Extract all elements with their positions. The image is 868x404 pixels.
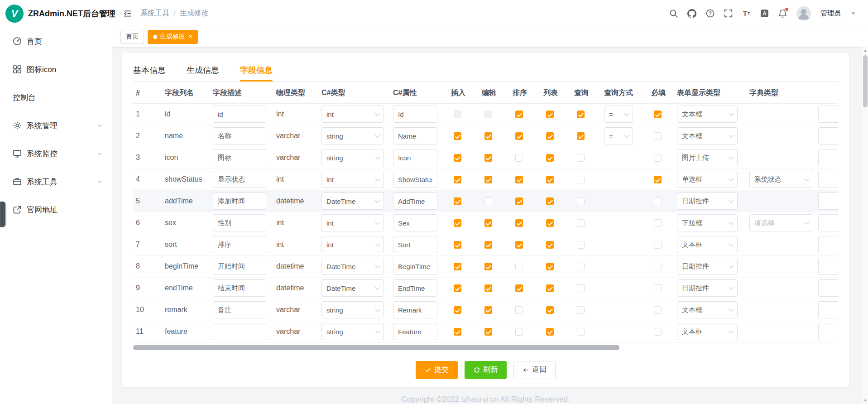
- checkbox-sort[interactable]: [515, 263, 523, 270]
- field-desc-input[interactable]: [213, 323, 266, 340]
- display-type-select[interactable]: 日期控件: [677, 192, 738, 210]
- avatar[interactable]: [796, 6, 811, 21]
- display-type-select[interactable]: 下拉框: [677, 214, 738, 231]
- vertical-scrollbar[interactable]: [862, 47, 868, 404]
- checkbox-insert[interactable]: [454, 132, 461, 140]
- checkbox-insert[interactable]: [454, 328, 461, 336]
- display-type-select[interactable]: 文本框: [677, 323, 738, 340]
- cs-prop-input[interactable]: [393, 192, 437, 210]
- checkbox-list[interactable]: [546, 132, 554, 140]
- cs-prop-input[interactable]: [393, 127, 437, 144]
- checkbox-edit[interactable]: [484, 306, 492, 314]
- scroll-up-icon[interactable]: [862, 48, 868, 53]
- app-logo[interactable]: V ZRAdmin.NET后台管理: [0, 0, 112, 27]
- tab-basic-info[interactable]: 基本信息: [133, 59, 166, 81]
- sidebar-item-icons[interactable]: 图标icon: [0, 55, 112, 83]
- extra-input[interactable]: [818, 127, 838, 144]
- checkbox-list[interactable]: [546, 219, 554, 227]
- cs-type-select[interactable]: int: [321, 106, 384, 123]
- checkbox-required[interactable]: [654, 132, 662, 140]
- display-type-select[interactable]: 图片上传: [677, 149, 738, 166]
- checkbox-required[interactable]: [654, 328, 662, 336]
- extra-input[interactable]: [818, 171, 838, 188]
- checkbox-sort[interactable]: [515, 284, 523, 292]
- checkbox-required[interactable]: [654, 263, 662, 270]
- checkbox-query[interactable]: [577, 328, 585, 336]
- field-desc-input[interactable]: [213, 301, 266, 318]
- field-desc-input[interactable]: [213, 258, 266, 275]
- checkbox-list[interactable]: [546, 284, 554, 292]
- checkbox-query[interactable]: [577, 219, 585, 227]
- horizontal-scrollbar[interactable]: [133, 345, 838, 350]
- search-icon[interactable]: [669, 9, 678, 18]
- close-icon[interactable]: [188, 33, 192, 40]
- extra-input[interactable]: [818, 323, 838, 340]
- field-desc-input[interactable]: [213, 214, 266, 231]
- field-desc-input[interactable]: [213, 106, 266, 123]
- sidebar-item-website[interactable]: 官网地址: [0, 196, 112, 224]
- cs-type-select[interactable]: string: [321, 301, 384, 318]
- extra-input[interactable]: [818, 258, 838, 275]
- checkbox-query[interactable]: [577, 132, 585, 140]
- bell-icon[interactable]: [778, 9, 787, 18]
- cs-prop-input[interactable]: [393, 301, 437, 318]
- extra-input[interactable]: [818, 214, 838, 231]
- tag-home[interactable]: 首页: [120, 30, 144, 44]
- checkbox-sort[interactable]: [515, 111, 523, 118]
- checkbox-list[interactable]: [546, 306, 554, 314]
- tag-active-page[interactable]: 生成修改: [148, 30, 198, 44]
- user-name[interactable]: 管理员: [820, 9, 841, 18]
- font-size-icon[interactable]: T: [742, 9, 751, 18]
- field-desc-input[interactable]: [213, 192, 266, 210]
- checkbox-sort[interactable]: [515, 197, 523, 205]
- checkbox-list[interactable]: [546, 154, 554, 162]
- cs-type-select[interactable]: DateTime: [321, 192, 384, 210]
- checkbox-query[interactable]: [577, 263, 585, 270]
- checkbox-required[interactable]: [654, 306, 662, 314]
- display-type-select[interactable]: 文本框: [677, 301, 738, 318]
- cs-type-select[interactable]: int: [321, 236, 384, 253]
- checkbox-edit[interactable]: [484, 284, 492, 292]
- field-desc-input[interactable]: [213, 149, 266, 166]
- checkbox-insert[interactable]: [454, 154, 461, 162]
- display-type-select[interactable]: 文本框: [677, 127, 738, 144]
- checkbox-required[interactable]: [654, 154, 662, 162]
- cs-prop-input[interactable]: [393, 323, 437, 340]
- checkbox-query[interactable]: [577, 241, 585, 249]
- breadcrumb-item[interactable]: 系统工具: [140, 9, 169, 18]
- back-button[interactable]: 返回: [513, 361, 556, 379]
- horizontal-scrollbar-thumb[interactable]: [133, 345, 619, 350]
- checkbox-list[interactable]: [546, 328, 554, 336]
- display-type-select[interactable]: 单选框: [677, 171, 738, 188]
- checkbox-list[interactable]: [546, 263, 554, 270]
- checkbox-edit[interactable]: [484, 132, 492, 140]
- cs-prop-input[interactable]: [393, 171, 437, 188]
- extra-input[interactable]: [818, 236, 838, 253]
- cs-prop-input[interactable]: [393, 279, 437, 297]
- cs-type-select[interactable]: string: [321, 323, 384, 340]
- checkbox-required[interactable]: [654, 197, 662, 205]
- checkbox-edit[interactable]: [484, 263, 492, 270]
- cs-type-select[interactable]: string: [321, 127, 384, 144]
- dict-type-select[interactable]: 请选择: [749, 214, 813, 231]
- tab-gen-info[interactable]: 生成信息: [187, 59, 219, 81]
- github-icon[interactable]: [687, 9, 696, 18]
- checkbox-sort[interactable]: [515, 219, 523, 227]
- checkbox-query[interactable]: [577, 284, 585, 292]
- checkbox-insert[interactable]: [454, 111, 461, 118]
- checkbox-edit[interactable]: [484, 328, 492, 336]
- checkbox-edit[interactable]: [484, 197, 492, 205]
- extra-input[interactable]: [818, 149, 838, 166]
- vertical-scrollbar-thumb[interactable]: [863, 55, 868, 107]
- cs-prop-input[interactable]: [393, 258, 437, 275]
- cs-prop-input[interactable]: [393, 236, 437, 253]
- checkbox-sort[interactable]: [515, 241, 523, 249]
- checkbox-insert[interactable]: [454, 306, 461, 314]
- checkbox-required[interactable]: [654, 284, 662, 292]
- checkbox-sort[interactable]: [515, 306, 523, 314]
- display-type-select[interactable]: 文本框: [677, 106, 738, 123]
- checkbox-list[interactable]: [546, 197, 554, 205]
- cs-prop-input[interactable]: [393, 214, 437, 231]
- checkbox-insert[interactable]: [454, 197, 461, 205]
- scroll-down-icon[interactable]: [862, 399, 868, 403]
